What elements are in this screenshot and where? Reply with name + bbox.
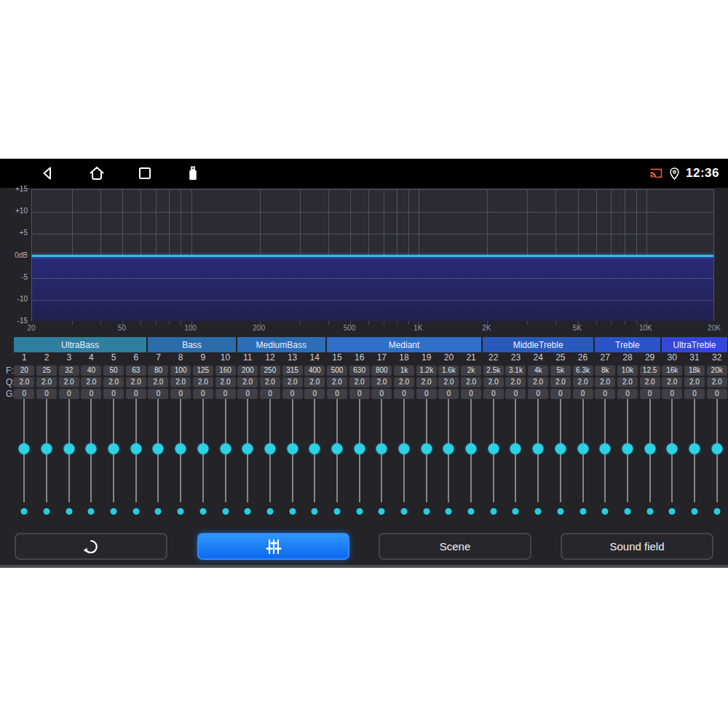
frequency-value[interactable]: 5k bbox=[550, 365, 571, 376]
q-value[interactable]: 2.0 bbox=[528, 377, 548, 387]
slider-knob[interactable] bbox=[466, 443, 477, 454]
slider-bottom-dot[interactable] bbox=[44, 508, 50, 515]
slider-knob[interactable] bbox=[153, 443, 164, 454]
slider-knob[interactable] bbox=[555, 443, 566, 454]
frequency-value[interactable]: 20k bbox=[707, 365, 727, 376]
slider-knob[interactable] bbox=[533, 443, 544, 454]
slider-knob[interactable] bbox=[108, 443, 119, 454]
slider-knob[interactable] bbox=[711, 443, 722, 454]
gain-value[interactable]: 0 bbox=[304, 389, 325, 399]
gain-value[interactable]: 0 bbox=[461, 389, 481, 399]
frequency-value[interactable]: 10k bbox=[617, 365, 638, 376]
reset-button[interactable] bbox=[15, 533, 167, 560]
slider-bottom-dot[interactable] bbox=[646, 508, 653, 515]
slider-knob[interactable] bbox=[399, 443, 410, 454]
slider-knob[interactable] bbox=[19, 443, 30, 454]
gain-value[interactable]: 0 bbox=[573, 389, 593, 399]
frequency-value[interactable]: 800 bbox=[371, 365, 392, 376]
frequency-value[interactable]: 1.2k bbox=[416, 365, 437, 376]
slider-knob[interactable] bbox=[577, 443, 588, 454]
gain-value[interactable]: 0 bbox=[640, 389, 660, 399]
usb-icon[interactable] bbox=[184, 165, 202, 182]
slider-knob[interactable] bbox=[63, 443, 74, 454]
gain-value[interactable]: 0 bbox=[505, 389, 526, 399]
slider-bottom-dot[interactable] bbox=[423, 508, 430, 515]
frequency-value[interactable]: 80 bbox=[148, 365, 168, 376]
gain-value[interactable]: 0 bbox=[550, 389, 571, 399]
q-value[interactable]: 2.0 bbox=[505, 377, 526, 387]
frequency-value[interactable]: 16k bbox=[662, 365, 682, 376]
slider-knob[interactable] bbox=[264, 443, 275, 454]
slider-bottom-dot[interactable] bbox=[579, 508, 586, 515]
frequency-value[interactable]: 630 bbox=[349, 365, 370, 376]
frequency-value[interactable]: 400 bbox=[304, 365, 325, 376]
slider-bottom-dot[interactable] bbox=[490, 508, 496, 515]
gain-value[interactable]: 0 bbox=[438, 389, 459, 399]
frequency-value[interactable]: 250 bbox=[260, 365, 280, 376]
q-value[interactable]: 2.0 bbox=[550, 377, 571, 387]
q-value[interactable]: 2.0 bbox=[36, 377, 57, 387]
frequency-value[interactable]: 50 bbox=[103, 365, 124, 376]
back-icon[interactable] bbox=[39, 165, 56, 182]
q-value[interactable]: 2.0 bbox=[461, 377, 481, 387]
gain-value[interactable]: 0 bbox=[126, 389, 146, 399]
frequency-value[interactable]: 25 bbox=[36, 365, 57, 376]
slider-knob[interactable] bbox=[376, 443, 387, 454]
slider-knob[interactable] bbox=[510, 443, 521, 454]
frequency-value[interactable]: 125 bbox=[193, 365, 213, 376]
slider-knob[interactable] bbox=[622, 443, 633, 454]
gain-value[interactable]: 0 bbox=[394, 389, 414, 399]
q-value[interactable]: 2.0 bbox=[282, 377, 303, 387]
frequency-value[interactable]: 500 bbox=[327, 365, 347, 376]
gain-value[interactable]: 0 bbox=[617, 389, 638, 399]
slider-bottom-dot[interactable] bbox=[691, 508, 697, 515]
slider-knob[interactable] bbox=[242, 443, 253, 454]
gain-value[interactable]: 0 bbox=[170, 389, 191, 399]
q-value[interactable]: 2.0 bbox=[126, 377, 146, 387]
q-value[interactable]: 2.0 bbox=[707, 377, 727, 387]
slider-knob[interactable] bbox=[197, 443, 208, 454]
slider-bottom-dot[interactable] bbox=[178, 508, 184, 515]
gain-value[interactable]: 0 bbox=[528, 389, 548, 399]
slider-knob[interactable] bbox=[175, 443, 186, 454]
slider-bottom-dot[interactable] bbox=[624, 508, 630, 515]
slider-bottom-dot[interactable] bbox=[602, 508, 609, 515]
frequency-value[interactable]: 8k bbox=[595, 365, 615, 376]
equalizer-button[interactable] bbox=[197, 533, 349, 560]
q-value[interactable]: 2.0 bbox=[59, 377, 79, 387]
gain-value[interactable]: 0 bbox=[416, 389, 437, 399]
frequency-value[interactable]: 1.6k bbox=[438, 365, 459, 376]
slider-bottom-dot[interactable] bbox=[289, 508, 296, 515]
slider-knob[interactable] bbox=[689, 443, 700, 454]
sound-field-button[interactable]: Sound field bbox=[561, 533, 713, 560]
slider-knob[interactable] bbox=[600, 443, 611, 454]
slider-knob[interactable] bbox=[309, 443, 320, 454]
slider-bottom-dot[interactable] bbox=[88, 508, 95, 515]
frequency-value[interactable]: 3.1k bbox=[505, 365, 526, 376]
slider-knob[interactable] bbox=[287, 443, 298, 454]
gain-value[interactable]: 0 bbox=[483, 389, 504, 399]
slider-bottom-dot[interactable] bbox=[199, 508, 206, 515]
slider-knob[interactable] bbox=[331, 443, 342, 454]
gain-value[interactable]: 0 bbox=[282, 389, 303, 399]
slider-bottom-dot[interactable] bbox=[401, 508, 408, 515]
q-value[interactable]: 2.0 bbox=[215, 377, 236, 387]
slider-bottom-dot[interactable] bbox=[713, 508, 720, 515]
gain-value[interactable]: 0 bbox=[103, 389, 124, 399]
slider-knob[interactable] bbox=[86, 443, 97, 454]
slider-knob[interactable] bbox=[443, 443, 454, 454]
frequency-value[interactable]: 12.5 bbox=[640, 365, 660, 376]
frequency-value[interactable]: 63 bbox=[126, 365, 146, 376]
q-value[interactable]: 2.0 bbox=[81, 377, 101, 387]
slider-bottom-dot[interactable] bbox=[111, 508, 117, 515]
q-value[interactable]: 2.0 bbox=[304, 377, 325, 387]
q-value[interactable]: 2.0 bbox=[349, 377, 370, 387]
slider-bottom-dot[interactable] bbox=[379, 508, 385, 515]
gain-value[interactable]: 0 bbox=[684, 389, 705, 399]
frequency-value[interactable]: 18k bbox=[684, 365, 705, 376]
slider-knob[interactable] bbox=[667, 443, 678, 454]
gain-value[interactable]: 0 bbox=[327, 389, 347, 399]
frequency-value[interactable]: 20 bbox=[14, 365, 34, 376]
frequency-value[interactable]: 1k bbox=[394, 365, 414, 376]
gain-value[interactable]: 0 bbox=[81, 389, 101, 399]
